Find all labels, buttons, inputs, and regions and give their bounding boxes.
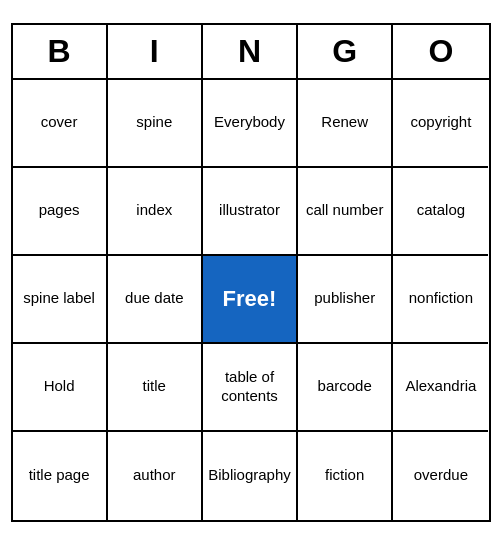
cell-text-21: author	[133, 466, 176, 485]
bingo-cell-24: overdue	[393, 432, 488, 520]
cell-text-14: nonfiction	[409, 289, 473, 308]
bingo-cell-9: catalog	[393, 168, 488, 256]
bingo-cell-5: pages	[13, 168, 108, 256]
bingo-cell-12: Free!	[203, 256, 298, 344]
cell-text-17: table of contents	[207, 368, 292, 406]
cell-text-5: pages	[39, 201, 80, 220]
cell-text-11: due date	[125, 289, 183, 308]
bingo-cell-7: illustrator	[203, 168, 298, 256]
bingo-cell-17: table of contents	[203, 344, 298, 432]
bingo-cell-1: spine	[108, 80, 203, 168]
bingo-cell-18: barcode	[298, 344, 393, 432]
bingo-cell-11: due date	[108, 256, 203, 344]
bingo-card: BINGO coverspineEverybodyRenewcopyrightp…	[11, 23, 491, 522]
bingo-header: BINGO	[13, 25, 489, 80]
bingo-grid: coverspineEverybodyRenewcopyrightpagesin…	[13, 80, 489, 520]
bingo-cell-21: author	[108, 432, 203, 520]
cell-text-23: fiction	[325, 466, 364, 485]
header-letter-O: O	[393, 25, 488, 78]
cell-text-18: barcode	[318, 377, 372, 396]
header-letter-N: N	[203, 25, 298, 78]
cell-text-6: index	[136, 201, 172, 220]
cell-text-16: title	[143, 377, 166, 396]
cell-text-3: Renew	[321, 113, 368, 132]
cell-text-8: call number	[306, 201, 384, 220]
bingo-cell-20: title page	[13, 432, 108, 520]
cell-text-7: illustrator	[219, 201, 280, 220]
bingo-cell-14: nonfiction	[393, 256, 488, 344]
bingo-cell-0: cover	[13, 80, 108, 168]
bingo-cell-23: fiction	[298, 432, 393, 520]
header-letter-G: G	[298, 25, 393, 78]
cell-text-13: publisher	[314, 289, 375, 308]
bingo-cell-16: title	[108, 344, 203, 432]
cell-text-9: catalog	[417, 201, 465, 220]
cell-text-24: overdue	[414, 466, 468, 485]
cell-text-4: copyright	[410, 113, 471, 132]
cell-text-15: Hold	[44, 377, 75, 396]
bingo-cell-4: copyright	[393, 80, 488, 168]
bingo-cell-2: Everybody	[203, 80, 298, 168]
cell-text-1: spine	[136, 113, 172, 132]
bingo-cell-6: index	[108, 168, 203, 256]
cell-text-2: Everybody	[214, 113, 285, 132]
bingo-cell-8: call number	[298, 168, 393, 256]
header-letter-I: I	[108, 25, 203, 78]
bingo-cell-10: spine label	[13, 256, 108, 344]
cell-text-12: Free!	[223, 285, 277, 313]
cell-text-20: title page	[29, 466, 90, 485]
bingo-cell-3: Renew	[298, 80, 393, 168]
cell-text-19: Alexandria	[405, 377, 476, 396]
bingo-cell-13: publisher	[298, 256, 393, 344]
cell-text-22: Bibliography	[208, 466, 291, 485]
cell-text-10: spine label	[23, 289, 95, 308]
bingo-cell-15: Hold	[13, 344, 108, 432]
header-letter-B: B	[13, 25, 108, 78]
bingo-cell-19: Alexandria	[393, 344, 488, 432]
cell-text-0: cover	[41, 113, 78, 132]
bingo-cell-22: Bibliography	[203, 432, 298, 520]
